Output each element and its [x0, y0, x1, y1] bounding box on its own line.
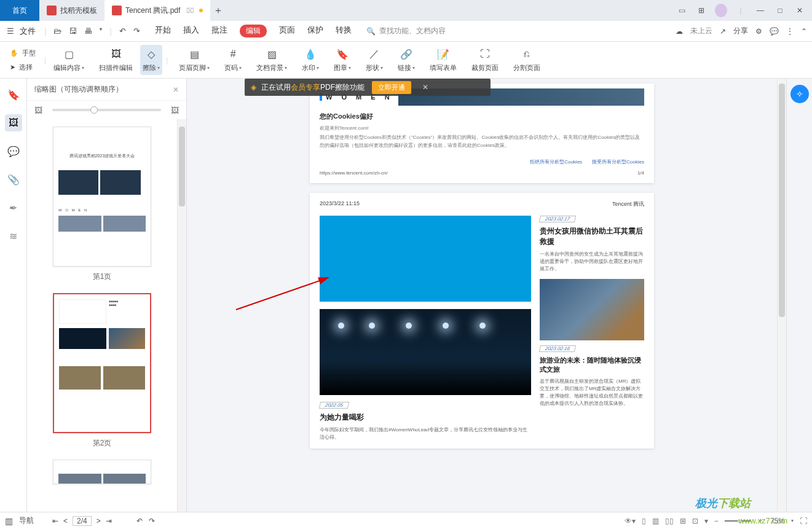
tool-split[interactable]: ⎌分割页面	[506, 47, 548, 72]
tab-annotate[interactable]: 批注	[211, 25, 227, 37]
tool-watermark[interactable]: 💧水印▾	[294, 47, 326, 72]
thumbnail-page-1[interactable]: 腾讯游戏亮相2023游戏开发者大会 W O M E N 第1页	[39, 127, 165, 282]
continuous-icon[interactable]: ▥	[652, 517, 659, 525]
banner-close-icon[interactable]: ✕	[417, 83, 433, 92]
status-bar: ▥ 导航 ⇤ < 2/4 > ⇥ ↶ ↷ 👁▾ ▯ ▥ ▯▯ ⊞ ⊡ ▾ − ━…	[0, 512, 812, 529]
undo-icon[interactable]: ↶	[119, 26, 126, 36]
tab-protect[interactable]: 保护	[307, 25, 323, 37]
next-page-icon[interactable]: >	[97, 517, 101, 525]
thumbnail-list[interactable]: 腾讯游戏亮相2023游戏开发者大会 W O M E N 第1页 ■■■■■■■■…	[27, 119, 177, 512]
fullscreen-icon[interactable]: ⛶	[800, 517, 807, 525]
tool-page-number[interactable]: #页码▾	[217, 47, 249, 72]
tab-active-doc[interactable]: Tencent 腾讯.pdf ⌧	[104, 0, 210, 21]
tab-convert[interactable]: 转换	[336, 25, 352, 37]
vip-icon: ◈	[251, 83, 256, 92]
prev-page-icon[interactable]: <	[63, 517, 68, 525]
tab-page[interactable]: 页面	[279, 25, 295, 37]
view-mode-4-icon[interactable]: ⊞	[680, 517, 686, 525]
tab-template[interactable]: 找稻壳模板	[39, 0, 104, 21]
eye-icon[interactable]: 👁▾	[625, 517, 636, 525]
settings-icon[interactable]: ⚙	[755, 27, 762, 36]
tab-edit[interactable]: 编辑	[240, 25, 267, 37]
comment-panel-icon[interactable]: 💬	[5, 143, 22, 160]
cloud-icon[interactable]: ☁	[676, 27, 683, 36]
close-panel-icon[interactable]: ✕	[173, 85, 179, 94]
pdf-page-2[interactable]: 2023/3/22 11:15 Tencent 腾讯 2022.05 为她力量喝…	[310, 193, 654, 449]
thumb-preview-icon[interactable]: 🖼	[34, 106, 42, 115]
trial-banner: ◈ 正在试用会员专享PDF擦除功能 立即开通 ✕	[245, 79, 491, 96]
tab-cast-icon[interactable]: ⌧	[186, 7, 194, 15]
layout-icon[interactable]: ▭	[676, 6, 688, 15]
tool-fill-form[interactable]: 📝填写表单	[422, 47, 464, 72]
zoom-out-icon[interactable]: −	[714, 517, 719, 525]
open-icon[interactable]: 🗁	[53, 26, 61, 36]
share-icon[interactable]: ↗	[720, 27, 726, 36]
close-window-button[interactable]: ✕	[794, 6, 806, 15]
menu-icon[interactable]: ☰	[5, 26, 16, 36]
more-icon[interactable]: ⋮	[786, 27, 794, 36]
tool-crop[interactable]: ⛶裁剪页面	[464, 47, 506, 72]
tool-erase[interactable]: ◇擦除▾	[140, 45, 162, 75]
cloud-status[interactable]: 未上云	[690, 26, 712, 36]
print-dd-icon[interactable]: ▾	[100, 26, 102, 36]
article-body-3: 基于腾讯视频自主研发的混合现实（MR）虚拟交互技术，我们推出了MR虚实融合文旅解…	[540, 378, 644, 407]
tool-scan-edit[interactable]: 🖼扫描件编辑	[92, 47, 140, 72]
thumb-size-slider[interactable]	[52, 109, 161, 111]
thumbnail-page-2[interactable]: ■■■■■■■■■ 第2页	[39, 293, 165, 449]
canvas-scrollbar[interactable]	[777, 79, 786, 512]
save-icon[interactable]: 🖫	[69, 26, 77, 36]
menubar: ☰ 文件 | 🗁 🖫 🖶 ▾ | ↶ ↷ 开始 插入 批注 编辑 页面 保护 转…	[0, 21, 812, 42]
tool-header-footer[interactable]: ▤页眉页脚▾	[171, 47, 217, 72]
bookmark-panel-icon[interactable]: 🔖	[5, 86, 22, 103]
tab-insert[interactable]: 插入	[183, 25, 199, 37]
select-tool[interactable]: ➤选择	[5, 63, 44, 72]
tool-stamp[interactable]: 🔖图章▾	[326, 47, 358, 72]
menubar-right: ☁ 未上云 ↗ 分享 ⚙ 💬 ⋮ ⌃	[676, 26, 807, 36]
minimize-button[interactable]: —	[754, 6, 767, 15]
maximize-button[interactable]: □	[774, 6, 786, 15]
assist-button[interactable]: ✧	[790, 85, 809, 103]
nav-icon[interactable]: ▥	[5, 516, 13, 526]
signature-panel-icon[interactable]: ✒	[5, 199, 22, 216]
thumb-scrollbar[interactable]	[177, 119, 186, 512]
pdf-page-1[interactable]: W O M E N 您的Cookies偏好 欢迎来到Tencent.com! 我…	[310, 84, 654, 183]
tool-edit-content[interactable]: ▢编辑内容▾	[46, 47, 92, 72]
canvas[interactable]: ◈ 正在试用会员专享PDF擦除功能 立即开通 ✕ W O M E N 您的Coo…	[187, 79, 777, 512]
last-page-icon[interactable]: ⇥	[106, 517, 112, 525]
file-menu[interactable]: 文件	[20, 26, 36, 37]
collapse-ribbon-icon[interactable]: ⌃	[801, 27, 807, 36]
thumbnail-page-3[interactable]	[39, 460, 165, 484]
search-box[interactable]: 🔍 查找功能、文档内容	[366, 26, 446, 36]
attachment-panel-icon[interactable]: 📎	[5, 171, 22, 188]
first-page-icon[interactable]: ⇤	[52, 517, 58, 525]
layers-panel-icon[interactable]: ≋	[5, 227, 22, 245]
article-title-3: 旅游业的未来：随时随地体验沉浸式文旅	[540, 356, 644, 374]
avatar[interactable]	[715, 4, 727, 17]
tab-start[interactable]: 开始	[155, 25, 171, 37]
tool-link[interactable]: 🔗链接▾	[390, 47, 422, 72]
thumb-grid-icon[interactable]: 🖼	[171, 106, 179, 115]
tool-background[interactable]: ▨文档背景▾	[249, 47, 294, 72]
feedback-icon[interactable]: 💬	[770, 27, 779, 36]
two-page-icon[interactable]: ▯▯	[665, 517, 674, 525]
nav-label[interactable]: 导航	[19, 515, 34, 526]
layout-dd-icon[interactable]: ▾	[704, 517, 708, 525]
grid-icon[interactable]: ⊞	[695, 6, 708, 15]
rotate-right-icon[interactable]: ↷	[149, 517, 155, 525]
upgrade-button[interactable]: 立即开通	[372, 81, 411, 94]
rotate-left-icon[interactable]: ↶	[136, 517, 143, 525]
redo-icon[interactable]: ↷	[133, 26, 140, 36]
hand-tool[interactable]: ✋手型	[5, 49, 44, 58]
thumbnail-panel-icon[interactable]: 🖼	[5, 114, 22, 131]
print-icon[interactable]: 🖶	[84, 26, 92, 36]
single-page-icon[interactable]: ▯	[642, 517, 646, 525]
article-image-lion	[540, 279, 644, 340]
tab-home[interactable]: 首页	[0, 0, 39, 21]
fit-width-icon[interactable]: ⊡	[692, 517, 698, 525]
page-indicator[interactable]: 2/4	[73, 516, 92, 526]
cookies-reject-link[interactable]: 拒绝所有分析型Cookies	[530, 159, 582, 165]
new-tab-button[interactable]: ＋	[210, 4, 226, 17]
tool-shape[interactable]: ／形状▾	[358, 47, 390, 72]
cookies-accept-link[interactable]: 接受所有分析型Cookies	[592, 159, 644, 165]
share-label[interactable]: 分享	[733, 26, 748, 36]
